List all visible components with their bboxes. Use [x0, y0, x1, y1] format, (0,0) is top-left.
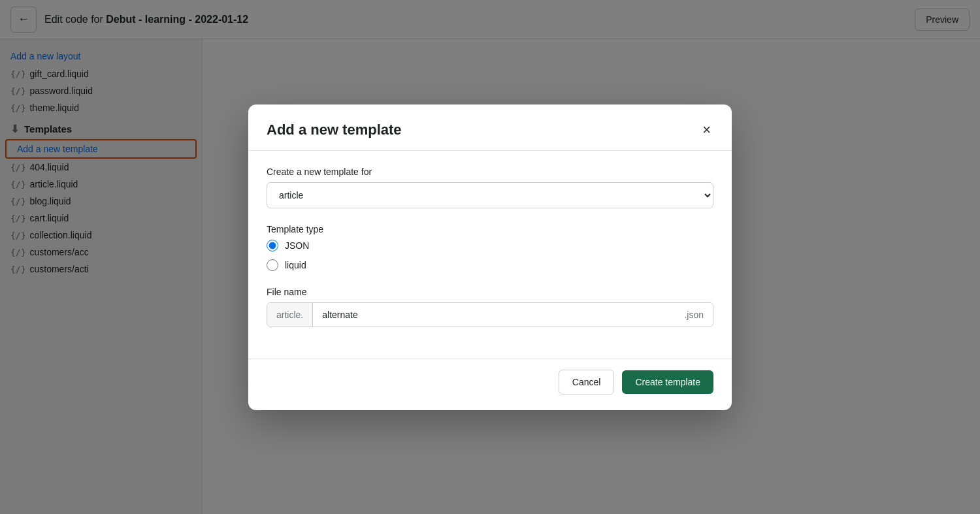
modal-body: Create a new template for article blog c…	[248, 151, 732, 359]
template-type-radio-group: Template type JSON liquid	[267, 224, 713, 271]
radio-liquid-label: liquid	[285, 260, 306, 270]
create-template-button[interactable]: Create template	[622, 370, 713, 394]
modal-footer: Cancel Create template	[248, 359, 732, 410]
radio-json-option[interactable]: JSON	[267, 240, 713, 251]
file-name-label: File name	[267, 287, 713, 297]
add-template-modal: Add a new template × Create a new templa…	[248, 104, 732, 410]
cancel-button[interactable]: Cancel	[559, 370, 615, 394]
file-name-input[interactable]	[313, 303, 675, 327]
file-name-form-group: File name article. .json	[267, 287, 713, 327]
file-name-prefix: article.	[267, 303, 313, 327]
dropdown-label: Create a new template for	[267, 167, 713, 177]
template-for-select[interactable]: article blog cart collection customers/a…	[267, 182, 713, 208]
file-name-suffix: .json	[675, 303, 713, 327]
radio-liquid-input[interactable]	[267, 259, 278, 271]
radio-liquid-option[interactable]: liquid	[267, 259, 713, 271]
modal-header: Add a new template ×	[248, 104, 732, 151]
radio-json-input[interactable]	[267, 240, 278, 251]
modal-overlay: Add a new template × Create a new templa…	[0, 0, 980, 514]
file-name-wrapper: article. .json	[267, 302, 713, 327]
modal-close-button[interactable]: ×	[700, 120, 713, 140]
template-type-form-group: Create a new template for article blog c…	[267, 167, 713, 208]
radio-options: JSON liquid	[267, 240, 713, 271]
radio-json-label: JSON	[285, 240, 309, 251]
template-type-label: Template type	[267, 224, 713, 234]
modal-title: Add a new template	[267, 121, 402, 138]
